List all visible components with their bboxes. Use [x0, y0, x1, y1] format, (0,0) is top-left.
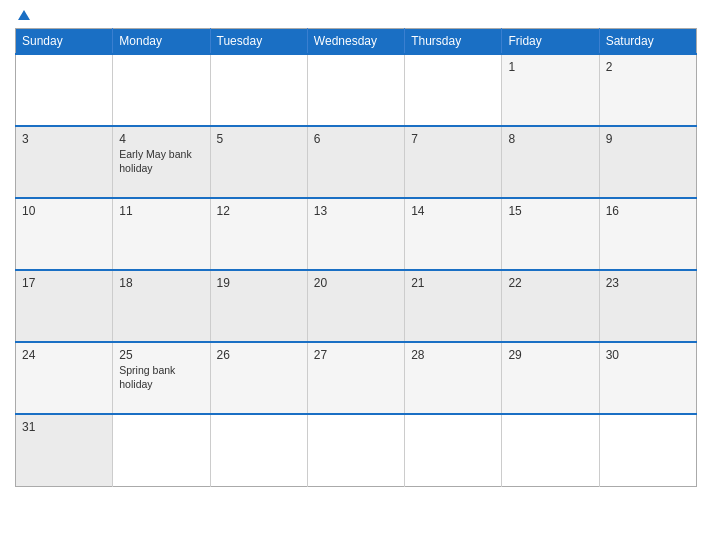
day-number: 22 — [508, 276, 592, 290]
calendar-day-cell: 12 — [210, 198, 307, 270]
calendar-day-cell: 27 — [307, 342, 404, 414]
calendar-day-cell: 25Spring bank holiday — [113, 342, 210, 414]
day-number: 30 — [606, 348, 690, 362]
logo-blue-text — [15, 10, 30, 20]
calendar-day-cell: 7 — [405, 126, 502, 198]
calendar-day-cell: 19 — [210, 270, 307, 342]
calendar-day-cell — [113, 54, 210, 126]
calendar-day-cell — [502, 414, 599, 486]
calendar-day-cell — [113, 414, 210, 486]
day-number: 31 — [22, 420, 106, 434]
calendar-week-row: 12 — [16, 54, 697, 126]
day-number: 24 — [22, 348, 106, 362]
day-number: 11 — [119, 204, 203, 218]
weekday-header: Tuesday — [210, 29, 307, 55]
calendar-day-cell — [16, 54, 113, 126]
calendar-day-cell: 8 — [502, 126, 599, 198]
weekday-header: Saturday — [599, 29, 696, 55]
calendar-page: SundayMondayTuesdayWednesdayThursdayFrid… — [0, 0, 712, 550]
day-number: 3 — [22, 132, 106, 146]
calendar-day-cell — [210, 414, 307, 486]
calendar-day-cell: 29 — [502, 342, 599, 414]
day-event: Early May bank holiday — [119, 148, 203, 175]
day-number: 26 — [217, 348, 301, 362]
day-number: 1 — [508, 60, 592, 74]
calendar-day-cell: 28 — [405, 342, 502, 414]
weekday-header: Sunday — [16, 29, 113, 55]
day-number: 16 — [606, 204, 690, 218]
day-number: 21 — [411, 276, 495, 290]
calendar-day-cell: 13 — [307, 198, 404, 270]
day-number: 13 — [314, 204, 398, 218]
day-number: 20 — [314, 276, 398, 290]
calendar-day-cell: 14 — [405, 198, 502, 270]
day-number: 14 — [411, 204, 495, 218]
calendar-day-cell — [599, 414, 696, 486]
calendar-day-cell: 1 — [502, 54, 599, 126]
calendar-day-cell — [307, 54, 404, 126]
calendar-day-cell: 2 — [599, 54, 696, 126]
day-number: 27 — [314, 348, 398, 362]
calendar-day-cell: 23 — [599, 270, 696, 342]
calendar-day-cell: 31 — [16, 414, 113, 486]
calendar-day-cell: 6 — [307, 126, 404, 198]
calendar-day-cell: 3 — [16, 126, 113, 198]
calendar-day-cell: 21 — [405, 270, 502, 342]
calendar-day-cell: 22 — [502, 270, 599, 342]
calendar-day-cell: 26 — [210, 342, 307, 414]
calendar-day-cell: 9 — [599, 126, 696, 198]
weekday-header: Friday — [502, 29, 599, 55]
calendar-day-cell: 10 — [16, 198, 113, 270]
day-number: 29 — [508, 348, 592, 362]
calendar-day-cell: 16 — [599, 198, 696, 270]
weekday-header-row: SundayMondayTuesdayWednesdayThursdayFrid… — [16, 29, 697, 55]
calendar-day-cell — [307, 414, 404, 486]
day-number: 15 — [508, 204, 592, 218]
weekday-header: Thursday — [405, 29, 502, 55]
day-number: 10 — [22, 204, 106, 218]
calendar-week-row: 34Early May bank holiday56789 — [16, 126, 697, 198]
logo-triangle-icon — [18, 10, 30, 20]
day-number: 12 — [217, 204, 301, 218]
day-number: 17 — [22, 276, 106, 290]
calendar-header — [15, 10, 697, 20]
calendar-table: SundayMondayTuesdayWednesdayThursdayFrid… — [15, 28, 697, 487]
calendar-day-cell: 20 — [307, 270, 404, 342]
day-event: Spring bank holiday — [119, 364, 203, 391]
calendar-week-row: 17181920212223 — [16, 270, 697, 342]
calendar-day-cell: 24 — [16, 342, 113, 414]
calendar-day-cell: 5 — [210, 126, 307, 198]
day-number: 5 — [217, 132, 301, 146]
calendar-day-cell: 18 — [113, 270, 210, 342]
calendar-week-row: 31 — [16, 414, 697, 486]
day-number: 6 — [314, 132, 398, 146]
calendar-week-row: 10111213141516 — [16, 198, 697, 270]
calendar-day-cell: 30 — [599, 342, 696, 414]
calendar-day-cell — [405, 54, 502, 126]
day-number: 28 — [411, 348, 495, 362]
day-number: 4 — [119, 132, 203, 146]
calendar-day-cell: 17 — [16, 270, 113, 342]
day-number: 7 — [411, 132, 495, 146]
calendar-day-cell — [405, 414, 502, 486]
calendar-day-cell: 4Early May bank holiday — [113, 126, 210, 198]
calendar-day-cell — [210, 54, 307, 126]
calendar-week-row: 2425Spring bank holiday2627282930 — [16, 342, 697, 414]
day-number: 25 — [119, 348, 203, 362]
calendar-day-cell: 15 — [502, 198, 599, 270]
day-number: 19 — [217, 276, 301, 290]
day-number: 8 — [508, 132, 592, 146]
day-number: 18 — [119, 276, 203, 290]
day-number: 23 — [606, 276, 690, 290]
day-number: 9 — [606, 132, 690, 146]
weekday-header: Wednesday — [307, 29, 404, 55]
logo — [15, 10, 30, 20]
day-number: 2 — [606, 60, 690, 74]
weekday-header: Monday — [113, 29, 210, 55]
calendar-day-cell: 11 — [113, 198, 210, 270]
